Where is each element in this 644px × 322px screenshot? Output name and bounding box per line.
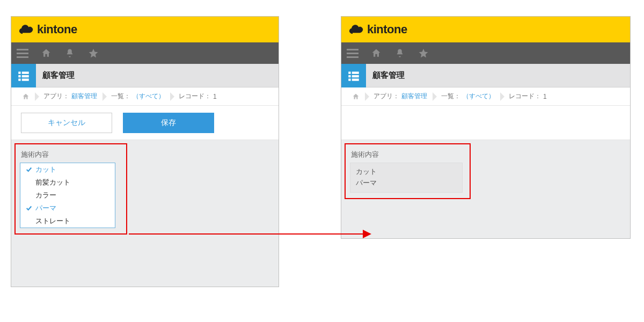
app-title-bar: 顧客管理 — [11, 64, 279, 87]
home-icon[interactable] — [40, 47, 52, 59]
multisel-option[interactable]: 前髪カット — [20, 176, 115, 189]
breadcrumb-app[interactable]: アプリ：顧客管理 — [38, 92, 103, 101]
highlight-box: 施術内容 カットパーマ — [345, 143, 471, 199]
multi-select-field[interactable]: カット前髪カットカラーパーマストレート — [20, 163, 115, 228]
action-buttons-row: キャンセル 保存 — [11, 106, 279, 140]
brand-name: kintone — [367, 23, 407, 36]
breadcrumb: アプリ：顧客管理 一覧：（すべて） レコード：1 — [341, 87, 630, 106]
app-title: 顧客管理 — [42, 70, 75, 80]
home-icon[interactable] — [370, 47, 382, 59]
view-mode-panel: kintone 顧客管理 アプリ：顧客管理 一覧：（すべて） レコード：1 施術… — [341, 16, 631, 239]
breadcrumb-record: レコード：1 — [173, 92, 222, 101]
breadcrumb-list[interactable]: 一覧：（すべて） — [106, 92, 170, 101]
transition-arrow-head — [363, 230, 371, 238]
highlight-box: 施術内容 カット前髪カットカラーパーマストレート — [14, 143, 127, 235]
content-area: 施術内容 カット前髪カットカラーパーマストレート — [11, 140, 279, 287]
multisel-option[interactable]: ストレート — [20, 215, 115, 228]
app-title: 顧客管理 — [372, 70, 405, 80]
nav-bar — [11, 42, 279, 64]
multisel-option[interactable]: カット — [20, 163, 115, 176]
breadcrumb-app[interactable]: アプリ：顧客管理 — [368, 92, 433, 101]
brand-bar: kintone — [11, 17, 279, 42]
app-icon — [341, 64, 366, 87]
field-value-display: カットパーマ — [350, 163, 463, 193]
save-button[interactable]: 保存 — [123, 113, 214, 133]
nav-bar — [341, 42, 630, 64]
field-label: 施術内容 — [350, 144, 465, 163]
kintone-logo-icon — [19, 24, 34, 35]
breadcrumb-home-icon[interactable] — [347, 93, 365, 100]
menu-icon[interactable] — [347, 47, 358, 59]
brand-bar: kintone — [341, 17, 630, 42]
content-area: 施術内容 カットパーマ — [341, 140, 630, 238]
multisel-option[interactable]: パーマ — [20, 202, 115, 215]
bell-icon[interactable] — [64, 47, 76, 59]
field-value-line: パーマ — [356, 178, 457, 189]
kintone-logo-icon — [349, 24, 364, 35]
spacer — [341, 106, 630, 140]
cancel-button[interactable]: キャンセル — [21, 113, 112, 133]
bell-icon[interactable] — [394, 47, 406, 59]
edit-mode-panel: kintone 顧客管理 アプリ：顧客管理 一覧：（すべて） レコード：1 キャ… — [11, 16, 279, 287]
transition-arrow — [129, 233, 365, 235]
star-icon[interactable] — [418, 47, 429, 59]
multisel-option[interactable]: カラー — [20, 189, 115, 202]
app-title-bar: 顧客管理 — [341, 64, 630, 87]
breadcrumb-record: レコード：1 — [503, 92, 552, 101]
breadcrumb-home-icon[interactable] — [17, 93, 35, 100]
brand-name: kintone — [37, 23, 77, 36]
breadcrumb-list[interactable]: 一覧：（すべて） — [436, 92, 500, 101]
breadcrumb: アプリ：顧客管理 一覧：（すべて） レコード：1 — [11, 87, 279, 106]
menu-icon[interactable] — [17, 47, 28, 59]
field-value-line: カット — [356, 166, 457, 178]
field-label: 施術内容 — [20, 144, 122, 163]
app-icon — [11, 64, 36, 87]
star-icon[interactable] — [87, 47, 99, 59]
